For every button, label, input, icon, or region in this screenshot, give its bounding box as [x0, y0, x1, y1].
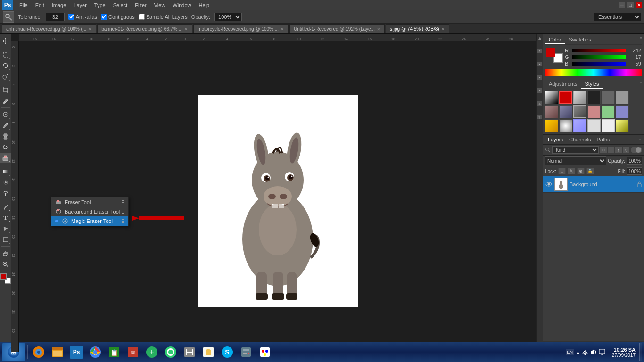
opacity-dropdown[interactable]: 100%	[214, 13, 242, 21]
lasso-tool[interactable]	[0, 60, 11, 71]
tab-0[interactable]: anh chuan-Recovered.jpg @ 100% (... ✕	[2, 24, 96, 33]
clock-display[interactable]: 10:26 SA 27/09/2017	[608, 347, 639, 358]
filter-toggle[interactable]	[631, 147, 642, 153]
taskbar-paint[interactable]	[256, 343, 274, 361]
filter-type-icon[interactable]: ¶	[615, 147, 622, 153]
essentials-dropdown[interactable]: Essentials	[594, 13, 641, 21]
lock-all-icon[interactable]: 🔒	[586, 168, 594, 174]
style-18[interactable]	[616, 119, 629, 132]
tool-icon[interactable]	[3, 11, 14, 23]
hand-tool[interactable]	[0, 248, 11, 258]
taskbar-app-6[interactable]	[199, 343, 217, 361]
tab-paths[interactable]: Paths	[595, 136, 612, 143]
crop-tool[interactable]	[0, 85, 11, 95]
style-4[interactable]	[587, 91, 601, 104]
panel-ctrl-6[interactable]: ¶	[537, 115, 542, 119]
color-fg-bg[interactable]	[546, 48, 563, 63]
fill-input[interactable]	[627, 167, 642, 175]
ctx-eraser-tool[interactable]: Eraser Tool E	[51, 197, 128, 207]
filter-adjustment-icon[interactable]: T	[608, 147, 614, 153]
color-panel-menu[interactable]: ≡	[640, 36, 642, 44]
panel-ctrl-1[interactable]: ▸	[537, 49, 542, 53]
tray-lang[interactable]: EN	[566, 349, 575, 355]
style-15[interactable]	[573, 119, 586, 132]
tab-close-0[interactable]: ✕	[88, 27, 92, 32]
menu-layer[interactable]: Layer	[70, 1, 90, 9]
display-icon[interactable]	[599, 349, 605, 355]
taskbar-app-2[interactable]: ✉	[124, 343, 142, 361]
panel-ctrl-5[interactable]: A	[537, 101, 542, 106]
layer-background[interactable]: Background	[543, 176, 644, 193]
tab-channels[interactable]: Channels	[567, 136, 593, 143]
taskbar-app-1[interactable]: 📋	[105, 343, 123, 361]
style-2[interactable]	[559, 91, 572, 104]
close-button[interactable]: ✕	[636, 2, 642, 8]
taskbar-skype[interactable]: S	[218, 343, 236, 361]
style-13[interactable]	[545, 119, 558, 132]
stamp-tool[interactable]	[0, 131, 11, 141]
menu-select[interactable]: Select	[110, 1, 131, 9]
brush-tool[interactable]	[0, 120, 11, 131]
taskbar-firefox[interactable]	[30, 343, 48, 361]
layers-kind-select[interactable]: Kind	[552, 146, 599, 154]
ctx-magic-eraser-tool[interactable]: Magic Eraser Tool E	[51, 216, 128, 226]
tab-4[interactable]: s.jpg @ 74.5% (RGB/8) ✕	[386, 24, 449, 33]
tab-close-2[interactable]: ✕	[281, 27, 284, 32]
taskbar-calc[interactable]	[237, 343, 255, 361]
move-tool[interactable]	[0, 36, 11, 46]
eyedropper-tool[interactable]	[0, 96, 11, 106]
zoom-tool[interactable]	[0, 259, 11, 269]
r-slider[interactable]	[572, 49, 626, 52]
style-6[interactable]	[616, 91, 629, 104]
menu-filter[interactable]: Filter	[132, 1, 149, 9]
fg-bg-color-selector[interactable]	[0, 273, 11, 284]
blur-tool[interactable]	[0, 177, 11, 188]
healing-tool[interactable]	[0, 109, 11, 120]
tab-swatches[interactable]: Swatches	[565, 36, 595, 44]
panel-ctrl-3[interactable]: ▸	[537, 75, 542, 80]
menu-window[interactable]: Window	[169, 1, 194, 9]
style-8[interactable]	[559, 105, 572, 118]
lock-position-icon[interactable]: ✎	[568, 168, 575, 174]
anti-alias-checkbox[interactable]	[68, 14, 74, 20]
menu-edit[interactable]: Edit	[32, 1, 48, 9]
taskbar-app-5[interactable]	[181, 343, 198, 361]
filter-shape-icon[interactable]: ◇	[623, 147, 629, 153]
path-select-tool[interactable]	[0, 223, 11, 234]
style-12[interactable]	[616, 105, 629, 118]
menu-image[interactable]: Image	[49, 1, 70, 9]
network-icon[interactable]	[582, 349, 588, 355]
pen-tool[interactable]	[0, 202, 11, 212]
maximize-button[interactable]: □	[627, 2, 634, 8]
gradient-tool[interactable]	[0, 166, 11, 177]
tab-close-3[interactable]: ✕	[377, 27, 380, 32]
taskbar-app-4[interactable]	[162, 343, 180, 361]
taskbar-explorer[interactable]	[49, 343, 66, 361]
history-brush-tool[interactable]	[0, 142, 11, 152]
fg-color-swatch[interactable]	[546, 48, 555, 57]
canvas-content[interactable]: Eraser Tool E Background Eraser Tool E	[19, 41, 536, 352]
panel-ctrl-2[interactable]: ▸	[537, 62, 542, 66]
tab-close-4[interactable]: ✕	[441, 27, 445, 32]
tab-styles[interactable]: Styles	[581, 80, 603, 89]
minimize-button[interactable]: ─	[619, 2, 625, 8]
filter-pixel-icon[interactable]: □	[600, 147, 607, 153]
shape-tool[interactable]	[0, 234, 11, 245]
menu-view[interactable]: View	[151, 1, 169, 9]
b-slider[interactable]	[572, 62, 626, 66]
g-slider[interactable]	[572, 55, 626, 59]
taskbar-app-3[interactable]: +	[143, 343, 161, 361]
sample-all-checkbox[interactable]	[139, 14, 145, 20]
style-7[interactable]	[545, 105, 558, 118]
tab-1[interactable]: banner-01-Recovered.png @ 66.7% ... ✕	[97, 24, 192, 33]
tab-adjustments[interactable]: Adjustments	[545, 80, 581, 89]
canvas-area[interactable]: 16 14 12 10 8 6 4 2 0 2 4 6 8 10 12 14 1…	[11, 34, 536, 352]
lock-pixels-icon[interactable]: □	[558, 168, 566, 174]
ctx-bg-eraser-tool[interactable]: Background Eraser Tool E	[51, 207, 128, 216]
volume-icon[interactable]	[590, 349, 597, 355]
style-16[interactable]	[587, 119, 601, 132]
style-9[interactable]	[573, 105, 586, 118]
menu-help[interactable]: Help	[195, 1, 213, 9]
tolerance-input[interactable]	[46, 13, 65, 21]
style-11[interactable]	[602, 105, 615, 118]
